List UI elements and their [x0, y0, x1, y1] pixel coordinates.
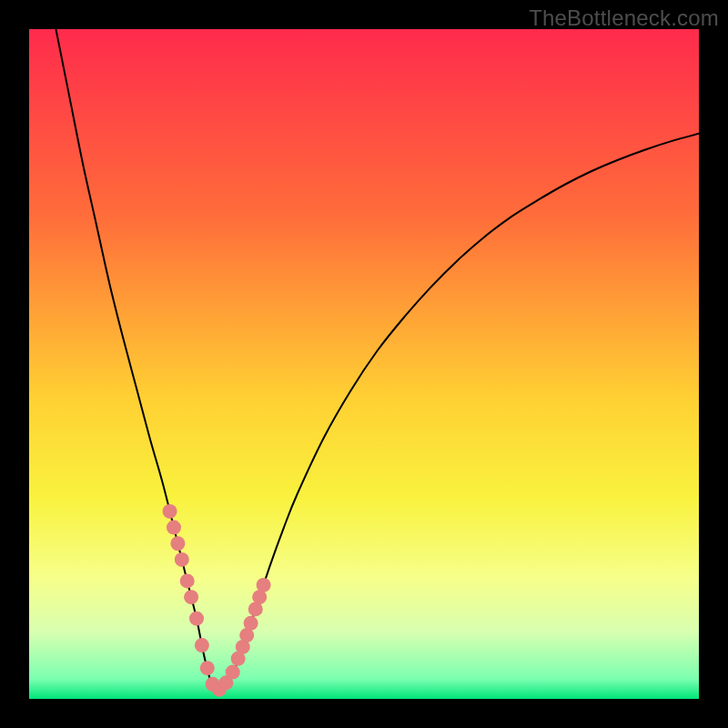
curve-marker	[200, 661, 215, 675]
curve-marker	[175, 552, 189, 567]
curve-marker	[189, 612, 204, 626]
curve-marker	[163, 504, 177, 519]
watermark-text: TheBottleneck.com	[529, 5, 719, 31]
plot-svg	[29, 29, 699, 699]
curve-marker	[257, 578, 271, 592]
curve-marker	[244, 616, 258, 631]
curve-marker	[167, 521, 181, 535]
outer-frame: TheBottleneck.com	[0, 0, 728, 728]
curve-marker	[170, 536, 185, 551]
curve-marker	[226, 665, 240, 680]
curve-marker	[195, 638, 209, 652]
curve-marker	[180, 573, 195, 588]
plot-area	[29, 29, 699, 699]
curve-marker	[184, 590, 198, 604]
